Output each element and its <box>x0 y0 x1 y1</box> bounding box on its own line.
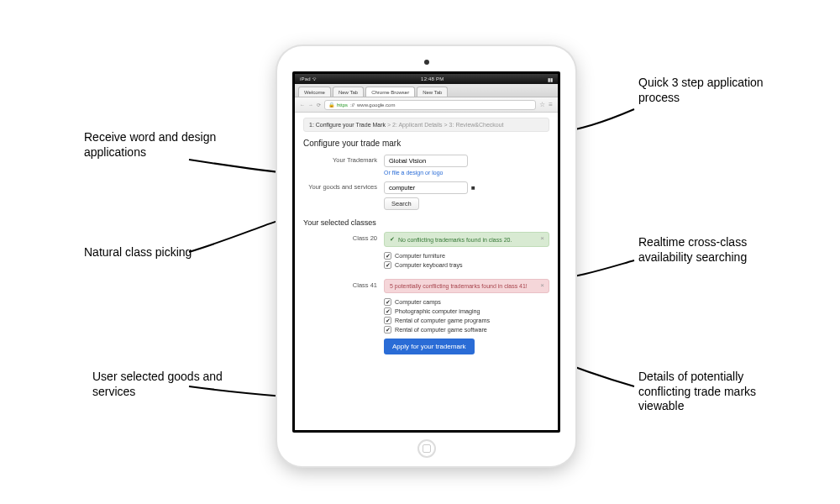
label-goods: Your goods and services <box>303 181 377 191</box>
tab-newtab-1[interactable]: New Tab <box>333 87 364 97</box>
browser-toolbar: ← → ⟳ 🔒 https://www.google.com ☆ ≡ <box>295 97 558 113</box>
class-20-label: Class 20 <box>303 232 377 270</box>
annotation-class-picking: Natural class picking <box>84 245 192 260</box>
back-icon[interactable]: ← <box>300 102 305 108</box>
checkbox[interactable]: ✔ <box>384 317 391 324</box>
annotation-goods-services: User selected goods and services <box>92 370 244 399</box>
checkbox[interactable]: ✔ <box>384 326 391 333</box>
list-item: ✔ Computer keyboard trays <box>384 261 549 269</box>
annotation-realtime-search: Realtime cross-class availability search… <box>638 235 790 265</box>
row-trademark: Your Trademark Or file a design or logo <box>303 155 549 176</box>
ipad-screen: iPad ᯤ 12:48 PM ▮▮ Welcome New Tab Chrom… <box>295 74 558 430</box>
list-item: ✔ Rental of computer game software <box>384 326 549 333</box>
heading-configure: Configure your trade mark <box>303 139 549 148</box>
ipad-camera <box>424 60 429 65</box>
input-goods[interactable] <box>384 181 468 194</box>
annotation-word-design: Receive word and design applications <box>84 130 235 160</box>
tag-icon: ■ <box>471 184 475 192</box>
forward-icon[interactable]: → <box>308 102 313 108</box>
tab-newtab-2[interactable]: New Tab <box>417 87 448 97</box>
annotation-3-step: Quick 3 step application process <box>638 76 790 105</box>
annotation-conflict-details: Details of potentially conflicting trade… <box>638 370 790 414</box>
alert-class-41[interactable]: 5 potentially conflicting trademarks fou… <box>384 279 549 293</box>
list-item: ✔ Computer camps <box>384 298 549 306</box>
ios-status-left: iPad ᯤ <box>300 76 318 81</box>
apply-button[interactable]: Apply for your trademark <box>384 339 475 354</box>
close-icon[interactable]: × <box>540 281 544 289</box>
page-content: 1: Configure your Trade Mark > 2: Applic… <box>295 113 558 371</box>
step-2: 2: Applicant Details <box>392 122 443 128</box>
list-item: ✔ Computer furniture <box>384 252 549 260</box>
search-button[interactable]: Search <box>384 197 419 210</box>
address-bar[interactable]: 🔒 https://www.google.com <box>324 100 536 110</box>
ipad-frame: iPad ᯤ 12:48 PM ▮▮ Welcome New Tab Chrom… <box>277 46 575 466</box>
star-icon[interactable]: ☆ <box>539 101 545 108</box>
reload-icon[interactable]: ⟳ <box>317 102 321 108</box>
label-trademark: Your Trademark <box>303 155 377 164</box>
check-icon: ✔ <box>390 236 395 243</box>
list-item: ✔ Rental of computer game programs <box>384 317 549 324</box>
ipad-bezel: iPad ᯤ 12:48 PM ▮▮ Welcome New Tab Chrom… <box>292 71 560 433</box>
ios-status-battery: ▮▮ <box>548 76 553 82</box>
checkbox[interactable]: ✔ <box>384 261 391 269</box>
row-goods: Your goods and services ■ Search <box>303 181 549 210</box>
ios-status-bar: iPad ᯤ 12:48 PM ▮▮ <box>295 74 558 84</box>
class-block-20: Class 20 ✔ No conflicting trademarks fou… <box>303 232 549 270</box>
menu-icon[interactable]: ≡ <box>549 101 553 108</box>
input-trademark[interactable] <box>384 155 468 167</box>
heading-selected-classes: Your selected classes <box>303 218 549 227</box>
tab-chrome-browser[interactable]: Chrome Browser <box>365 87 415 97</box>
step-1: 1: Configure your Trade Mark <box>309 122 386 128</box>
checkbox[interactable]: ✔ <box>384 307 391 315</box>
alert-class-20: ✔ No conflicting trademarks found in cla… <box>384 232 549 247</box>
url-host: www.google.com <box>357 102 395 108</box>
alert-class-41-text: 5 potentially conflicting trademarks fou… <box>390 283 528 289</box>
step-3: 3: Review&Checkout <box>449 122 504 128</box>
home-button[interactable] <box>417 439 436 458</box>
design-link[interactable]: Or file a design or logo <box>384 170 443 176</box>
close-icon[interactable]: × <box>540 234 544 242</box>
checkbox[interactable]: ✔ <box>384 252 391 260</box>
list-item: ✔ Photographic computer imaging <box>384 307 549 315</box>
class-41-label: Class 41 <box>303 279 377 354</box>
tab-welcome[interactable]: Welcome <box>298 87 331 97</box>
browser-tabs-row: Welcome New Tab Chrome Browser New Tab <box>295 84 558 97</box>
steps-breadcrumb: 1: Configure your Trade Mark > 2: Applic… <box>303 118 549 132</box>
lock-icon: 🔒 <box>328 102 334 108</box>
alert-class-20-text: No conflicting trademarks found in class… <box>398 237 512 243</box>
class-block-41: Class 41 5 potentially conflicting trade… <box>303 279 549 354</box>
ios-status-time: 12:48 PM <box>421 76 444 81</box>
checkbox[interactable]: ✔ <box>384 298 391 306</box>
